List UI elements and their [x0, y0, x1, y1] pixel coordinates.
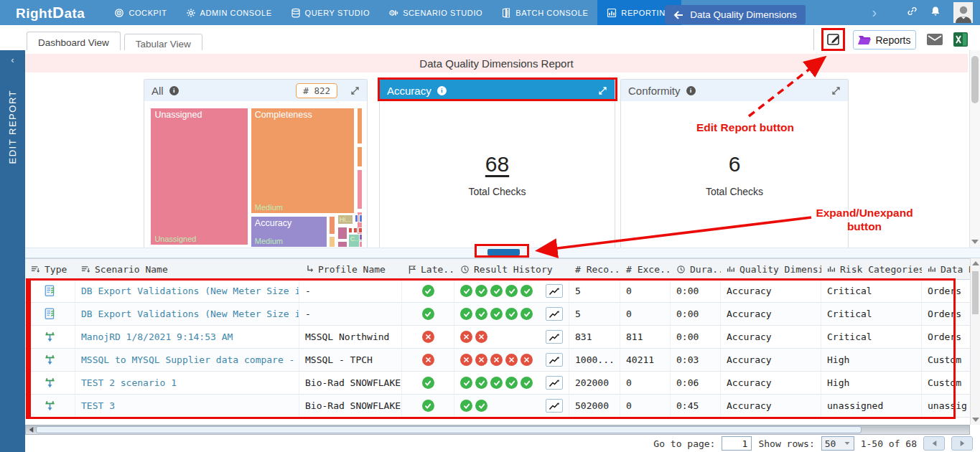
treemap-cell[interactable] — [329, 236, 336, 248]
result-trend-chart-button[interactable] — [546, 353, 563, 367]
treemap-cell[interactable] — [358, 227, 363, 233]
rows-per-page-select[interactable]: 50 — [821, 436, 854, 451]
prev-page-button[interactable] — [923, 436, 945, 451]
scroll-left-icon[interactable] — [26, 425, 36, 434]
nav-item-batch-console[interactable]: BATCH CONSOLE — [492, 0, 597, 25]
edit-report-button[interactable] — [825, 31, 842, 48]
result-trend-chart-button[interactable] — [546, 376, 563, 390]
treemap-cell-unassigned[interactable]: UnassignedUnassigned — [150, 108, 248, 245]
scrollbar-thumb[interactable] — [971, 56, 979, 103]
info-icon[interactable] — [169, 86, 179, 95]
scroll-down-icon[interactable] — [972, 418, 979, 422]
nav-item-query-studio[interactable]: QUERY STUDIO — [281, 0, 380, 25]
info-icon[interactable] — [437, 86, 447, 95]
column-header-reco[interactable]: # Reco... — [569, 259, 620, 279]
scenario-name-link[interactable]: TEST 3 — [81, 400, 115, 411]
result-trend-chart-button[interactable] — [546, 399, 563, 413]
data-domain-cell: Orders — [922, 303, 970, 325]
chevron-right-icon[interactable]: › — [865, 0, 885, 25]
quality-dimension-cell: Accuracy — [721, 303, 821, 325]
column-header-dura[interactable]: Dura... — [671, 259, 721, 279]
dashboard-scrollbar[interactable] — [969, 50, 980, 248]
database-icon — [291, 8, 301, 18]
data-domain-cell: Custom — [922, 349, 970, 371]
column-header-type[interactable]: Type — [25, 259, 75, 279]
bell-icon[interactable] — [930, 6, 941, 19]
column-header-late[interactable]: Late... — [402, 259, 454, 279]
treemap-cell[interactable] — [355, 215, 358, 222]
sidebar-collapse-icon[interactable]: ‹ — [11, 55, 14, 65]
user-avatar[interactable] — [953, 2, 973, 23]
total-count-badge[interactable]: # 822 — [296, 83, 337, 98]
result-trend-chart-button[interactable] — [546, 330, 563, 344]
page-number-input[interactable] — [722, 436, 752, 451]
treemap-cell[interactable] — [337, 241, 347, 248]
table-row[interactable]: ManojRD 1/8/2021 9:14:53 AMMSSQL Northwi… — [25, 326, 970, 349]
conformity-total-checks-value[interactable]: 6 — [729, 152, 741, 176]
accuracy-total-checks-value[interactable]: 68 — [485, 152, 509, 176]
scenario-name-link[interactable]: DB Export Validations (New Meter Size is… — [81, 309, 299, 319]
table-row[interactable]: DB Export Validations (New Meter Size is… — [25, 280, 970, 303]
treemap-cell[interactable] — [348, 227, 353, 233]
expand-icon[interactable] — [831, 86, 841, 95]
scrollbar-thumb[interactable] — [972, 271, 979, 314]
treemap-cell[interactable] — [359, 241, 363, 248]
pass-status-icon — [475, 308, 487, 320]
risk-category-cell: High — [821, 349, 922, 371]
scenario-name-link[interactable]: TEST 2 scenario 1 — [81, 377, 177, 388]
scenario-name-link[interactable]: MSSQL to MYSQL Supplier data compare - .… — [81, 354, 299, 365]
next-page-button[interactable] — [951, 436, 973, 451]
treemap-cell-accuracy[interactable]: AccuracyMedium — [251, 216, 327, 248]
back-to-dimensions-button[interactable]: Data Quality Dimensions — [665, 5, 806, 24]
treemap-cell[interactable] — [353, 227, 358, 233]
table-row[interactable]: TEST 3Bio-Rad SNOWFLAKE50200000:45Accura… — [25, 395, 970, 418]
scenario-name-link[interactable]: ManojRD 1/8/2021 9:14:53 AM — [81, 331, 233, 342]
treemap-cell[interactable] — [359, 215, 363, 222]
treemap-cell[interactable] — [329, 216, 336, 234]
expand-icon[interactable] — [350, 86, 360, 95]
reports-button[interactable]: Reports — [853, 30, 916, 50]
result-trend-chart-button[interactable] — [546, 307, 563, 321]
scrollbar-thumb[interactable] — [36, 426, 862, 433]
nav-item-admin-console[interactable]: ADMIN CONSOLE — [177, 0, 281, 25]
column-header-exce[interactable]: # Exce... — [620, 259, 671, 279]
column-header-data-d[interactable]: Data D — [922, 259, 970, 279]
expand-unexpand-button[interactable] — [487, 249, 520, 255]
column-header-risk-categories[interactable]: Risk Categories — [821, 259, 922, 279]
card-accuracy-header[interactable]: Accuracy — [380, 80, 615, 101]
column-header-label: Data D — [941, 264, 970, 275]
column-header-profile-name[interactable]: Profile Name — [299, 259, 402, 279]
scroll-up-icon[interactable] — [972, 261, 979, 265]
scenario-name-link[interactable]: DB Export Validations (New Meter Size is… — [81, 286, 299, 296]
treemap-cell[interactable] — [357, 108, 363, 144]
table-row[interactable]: TEST 2 scenario 1Bio-Rad SNOWFLAKE202000… — [25, 372, 970, 395]
info-icon[interactable] — [686, 86, 696, 95]
flag-icon — [408, 265, 416, 274]
nav-item-scenario-studio[interactable]: SCENARIO STUDIO — [379, 0, 492, 25]
table-row[interactable]: MSSQL to MYSQL Supplier data compare - .… — [25, 349, 970, 372]
nav-item-cockpit[interactable]: COCKPIT — [105, 0, 176, 25]
treemap-cell[interactable] — [357, 169, 363, 209]
horizontal-scrollbar[interactable] — [25, 425, 970, 435]
table-scrollbar[interactable] — [970, 258, 980, 425]
export-scenario-icon — [44, 285, 56, 297]
result-trend-chart-button[interactable] — [546, 284, 563, 298]
pass-status-icon — [460, 400, 472, 412]
mail-icon[interactable] — [927, 34, 943, 48]
expand-icon[interactable] — [598, 86, 607, 95]
column-header-label: Late... — [421, 264, 454, 275]
link-icon[interactable] — [907, 6, 918, 19]
treemap-cell-completeness[interactable]: CompletenessMedium — [251, 108, 355, 214]
excel-export-icon[interactable] — [953, 32, 968, 50]
rightdata-logo[interactable]: RightData — [16, 4, 85, 22]
treemap-cell-hi-[interactable]: Hi... — [337, 215, 353, 225]
column-header-quality-dimensi[interactable]: Quality Dimensi... — [721, 259, 821, 279]
column-header-scenario-name[interactable]: Scenario Name — [75, 259, 299, 279]
treemap-cell[interactable] — [359, 234, 363, 240]
table-row[interactable]: DB Export Validations (New Meter Size is… — [25, 303, 970, 326]
bar-chart-icon — [928, 265, 936, 273]
column-header-result-history[interactable]: Result History — [454, 259, 569, 279]
scroll-down-icon[interactable] — [971, 240, 979, 244]
treemap-cell[interactable] — [357, 146, 363, 167]
treemap-cell[interactable] — [337, 227, 347, 240]
